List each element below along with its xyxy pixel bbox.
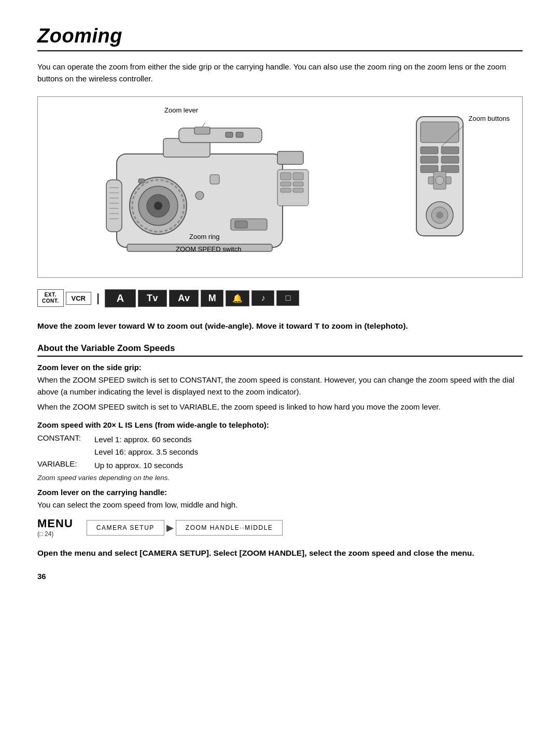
constant-values: Level 1: approx. 60 seconds Level 16: ap…: [94, 433, 523, 458]
menu-logo: MENU: [37, 518, 73, 529]
mode-bar: EXT. CONT. VCR | A Tv Av M 🔔 ♪ □: [37, 289, 523, 307]
title-rule: [37, 50, 523, 51]
intro-text: You can operate the zoom from either the…: [37, 61, 523, 85]
mode-m-label: M: [208, 293, 217, 304]
zoom-side-grip-p1: When the ZOOM SPEED switch is set to CON…: [37, 374, 523, 398]
mode-av-button[interactable]: Av: [169, 290, 199, 307]
bell-icon: 🔔: [232, 293, 243, 303]
constant-val1: Level 1: approx. 60 seconds: [94, 433, 523, 446]
section-heading: About the Variable Zoom Speeds: [37, 343, 523, 357]
svg-rect-9: [194, 127, 210, 134]
italic-note: Zoom speed varies depending on the lens.: [37, 474, 523, 482]
svg-point-44: [436, 176, 444, 185]
zoom-side-grip-p2: When the ZOOM SPEED switch is set to VAR…: [37, 401, 523, 413]
svg-rect-36: [421, 147, 438, 154]
mode-tv-button[interactable]: Tv: [138, 290, 167, 307]
svg-rect-32: [138, 179, 145, 183]
menu-arrow-icon: ▶: [166, 522, 174, 533]
constant-label: CONSTANT:: [37, 433, 94, 458]
bold-instruction: Move the zoom lever toward W to zoom out…: [37, 320, 523, 332]
svg-rect-24: [281, 182, 291, 186]
menu-zoom-handle[interactable]: ZOOM HANDLE··MIDDLE: [176, 520, 283, 536]
constant-val2: Level 16: approx. 3.5 seconds: [94, 446, 523, 458]
svg-rect-38: [421, 156, 438, 163]
label-zoom-speed: ZOOM SPEED switch: [176, 245, 241, 253]
svg-point-4: [154, 202, 162, 210]
svg-rect-39: [441, 156, 459, 163]
page-number: 36: [37, 572, 523, 581]
svg-rect-35: [421, 122, 459, 143]
mode-separator: |: [96, 291, 100, 305]
variable-row: VARIABLE: Up to approx. 10 seconds: [37, 459, 523, 472]
zoom-speed-table: CONSTANT: Level 1: approx. 60 seconds Le…: [37, 433, 523, 472]
music-icon: ♪: [261, 293, 265, 303]
final-bold-paragraph: Open the menu and select [CAMERA SETUP].…: [37, 547, 523, 559]
remote-svg: [406, 111, 473, 246]
svg-rect-37: [441, 147, 459, 154]
svg-rect-8: [179, 128, 262, 143]
zoom-speed-heading: Zoom speed with 20× L IS Lens (from wide…: [37, 420, 523, 429]
svg-rect-26: [293, 173, 303, 180]
mode-m-button[interactable]: M: [201, 290, 223, 307]
mode-a-label: A: [117, 292, 124, 304]
camera-illustration: Zoom lever: [50, 106, 401, 268]
mode-av-label: Av: [178, 293, 190, 304]
page-title: Zooming: [37, 25, 523, 47]
svg-rect-11: [236, 132, 243, 137]
variable-label: VARIABLE:: [37, 459, 94, 472]
svg-line-33: [202, 123, 208, 127]
svg-rect-27: [293, 182, 303, 186]
menu-area: MENU (□ 24) CAMERA SETUP ▶ ZOOM HANDLE··…: [37, 518, 523, 538]
label-zoom-lever: Zoom lever: [164, 106, 198, 114]
svg-rect-10: [226, 132, 233, 137]
svg-rect-31: [235, 221, 247, 228]
zoom-side-grip-heading: Zoom lever on the side grip:: [37, 363, 523, 372]
constant-row: CONSTANT: Level 1: approx. 60 seconds Le…: [37, 433, 523, 458]
menu-ref: (□ 24): [37, 530, 53, 538]
square-icon: □: [286, 293, 291, 303]
mode-tv-label: Tv: [147, 293, 158, 304]
diagram-inner: Zoom lever: [50, 106, 510, 268]
label-zoom-buttons: Zoom buttons: [469, 115, 510, 122]
mode-music-button[interactable]: ♪: [251, 290, 274, 306]
mode-square-button[interactable]: □: [276, 290, 299, 306]
zoom-handle-heading: Zoom lever on the carrying handle:: [37, 488, 523, 497]
svg-point-47: [436, 212, 443, 219]
label-zoom-ring: Zoom ring: [189, 233, 220, 241]
remote-illustration: Zoom buttons: [406, 106, 510, 257]
menu-camera-setup[interactable]: CAMERA SETUP: [87, 520, 164, 536]
vcr-label: VCR: [72, 294, 86, 302]
svg-rect-23: [281, 173, 291, 180]
svg-rect-25: [281, 188, 291, 192]
svg-rect-7: [277, 151, 303, 164]
ext-cont-button[interactable]: EXT. CONT.: [37, 289, 64, 307]
vcr-button[interactable]: VCR: [66, 292, 91, 305]
zoom-handle-text: You can select the zoom speed from low, …: [37, 499, 523, 511]
variable-val: Up to approx. 10 seconds: [94, 459, 523, 472]
mode-a-button[interactable]: A: [105, 289, 136, 307]
svg-rect-21: [210, 175, 219, 184]
mode-bell-button[interactable]: 🔔: [226, 290, 249, 306]
camera-diagram-box: Zoom lever: [37, 96, 523, 278]
svg-rect-28: [293, 188, 303, 192]
svg-point-20: [195, 191, 204, 200]
